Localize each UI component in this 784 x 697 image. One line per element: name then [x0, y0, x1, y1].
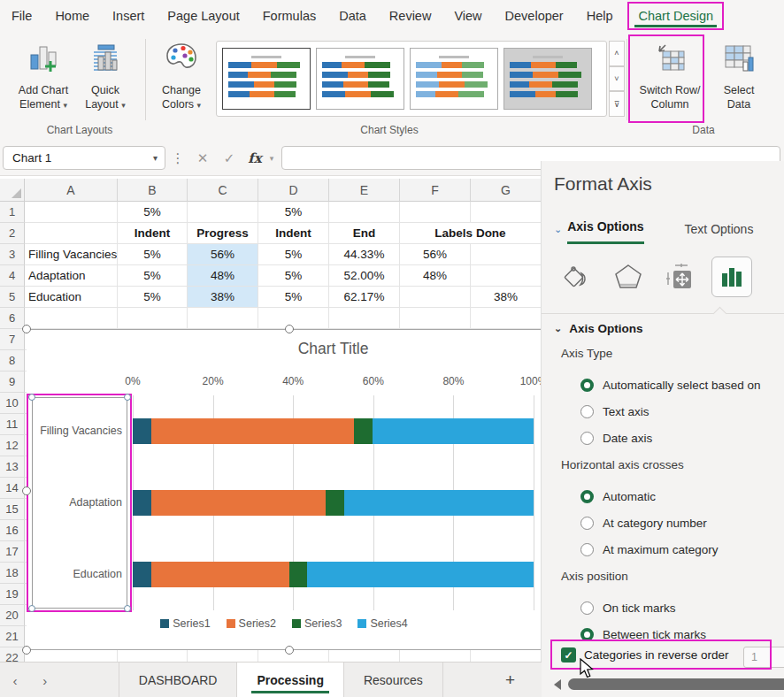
row-header-21[interactable]: 21	[0, 626, 25, 647]
sheet-tab-processing[interactable]: Processing	[237, 663, 343, 697]
cell-B4[interactable]: 5%	[118, 265, 188, 287]
bar-segment-series1-1[interactable]	[133, 418, 151, 444]
cell-G1[interactable]	[471, 202, 542, 223]
select-data-button[interactable]: Select Data	[708, 37, 770, 112]
chart-resize-handle[interactable]	[22, 646, 31, 655]
cell-F4[interactable]: 48%	[400, 265, 471, 287]
menu-tab-formulas[interactable]: Formulas	[251, 0, 327, 32]
chart-resize-handle[interactable]	[285, 646, 294, 655]
cell-F1[interactable]	[400, 202, 471, 223]
menu-tab-developer[interactable]: Developer	[494, 0, 575, 32]
cell-F3[interactable]: 56%	[400, 244, 471, 265]
bar-segment-series1-3[interactable]	[133, 562, 151, 587]
legend-item-series4[interactable]: Series4	[357, 617, 407, 630]
cell-G3[interactable]	[471, 244, 542, 265]
menu-tab-chart-design[interactable]: Chart Design	[627, 2, 724, 30]
row-header-1[interactable]: 1	[0, 202, 25, 223]
row-header-2[interactable]: 2	[0, 223, 25, 244]
cell-F5[interactable]	[400, 287, 471, 308]
cell-E2[interactable]: End	[329, 223, 400, 244]
cell-E3[interactable]: 44.33%	[329, 244, 400, 265]
row-header-18[interactable]: 18	[0, 563, 25, 584]
cell-B6[interactable]	[118, 308, 188, 329]
cell-D4[interactable]: 5%	[258, 265, 329, 287]
cell-A1[interactable]	[25, 202, 118, 223]
radio-selected-icon[interactable]	[580, 490, 594, 503]
fill-icon[interactable]	[557, 257, 596, 296]
pane-horizontal-scrollbar[interactable]	[542, 676, 784, 693]
cell-G6[interactable]	[471, 308, 542, 329]
row-header-20[interactable]: 20	[0, 605, 25, 626]
formula-bar-grip-icon[interactable]: ⋮	[173, 146, 182, 170]
add-sheet-button[interactable]: +	[479, 663, 542, 697]
bar-segment-series4-3[interactable]	[307, 562, 534, 587]
section-axis-options[interactable]: ⌄ Axis Options	[554, 322, 642, 335]
axis-selection-handle[interactable]	[28, 605, 35, 612]
gallery-more-button[interactable]: ⊽	[609, 91, 625, 117]
column-header-G[interactable]: G	[471, 179, 542, 202]
radio-icon[interactable]	[580, 543, 594, 556]
column-header-C[interactable]: C	[188, 179, 258, 202]
radio-option-on-tick-marks[interactable]: On tick marks	[580, 594, 706, 621]
cell-A3[interactable]: Filling Vacancies	[25, 244, 118, 265]
cell-C5[interactable]: 38%	[188, 287, 258, 308]
bar-segment-series3-1[interactable]	[354, 418, 373, 444]
scrollbar-thumb[interactable]	[568, 678, 784, 690]
radio-icon[interactable]	[580, 517, 594, 530]
axis-selection-handle[interactable]	[124, 394, 131, 401]
scroll-left-icon[interactable]	[554, 679, 561, 690]
bar-segment-series4-1[interactable]	[373, 418, 534, 444]
chart-style-thumbnail-4[interactable]	[503, 48, 592, 110]
row-header-11[interactable]: 11	[0, 414, 25, 435]
row-header-15[interactable]: 15	[0, 499, 25, 520]
cell-B5[interactable]: 5%	[118, 287, 188, 308]
cell-E6[interactable]	[329, 308, 400, 329]
radio-option-date-axis[interactable]: Date axis	[580, 425, 761, 451]
menu-tab-view[interactable]: View	[442, 0, 493, 32]
chart-legend[interactable]: Series1Series2Series3Series4	[27, 617, 542, 630]
cell-B1[interactable]: 5%	[118, 202, 188, 223]
tab-axis-options[interactable]: Axis Options	[567, 219, 643, 239]
radio-icon[interactable]	[580, 601, 594, 615]
cell-D6[interactable]	[258, 308, 329, 329]
gallery-scroll-up-button[interactable]: ˄	[609, 41, 625, 66]
size-properties-icon[interactable]	[660, 257, 699, 296]
category-axis-selection[interactable]	[32, 397, 127, 609]
sheet-tab-dashboard[interactable]: DASHBOARD	[119, 663, 238, 697]
chart-options-icon[interactable]	[711, 257, 752, 297]
cell-A4[interactable]: Adaptation	[25, 265, 118, 287]
cancel-icon[interactable]: ✕	[191, 146, 214, 170]
chart-style-thumbnail-3[interactable]	[410, 48, 498, 110]
column-header-F[interactable]: F	[400, 179, 471, 202]
row-header-19[interactable]: 19	[0, 584, 25, 605]
chart-style-thumbnail-2[interactable]	[316, 48, 404, 110]
axis-selection-handle[interactable]	[28, 394, 35, 401]
column-header-D[interactable]: D	[258, 179, 329, 202]
cell-C6[interactable]	[188, 308, 258, 329]
cell-D5[interactable]: 5%	[258, 287, 329, 308]
cell-D2[interactable]: Indent	[258, 223, 329, 244]
legend-item-series3[interactable]: Series3	[292, 617, 342, 630]
legend-item-series1[interactable]: Series1	[160, 617, 210, 630]
chart-style-thumbnail-1[interactable]	[222, 48, 311, 110]
chart-title[interactable]: Chart Title	[133, 340, 534, 358]
row-header-3[interactable]: 3	[0, 244, 25, 265]
row-header-22[interactable]: 22	[0, 647, 25, 662]
sheet-nav-left-icon[interactable]: ‹	[0, 663, 30, 697]
row-header-13[interactable]: 13	[0, 456, 25, 478]
column-header-E[interactable]: E	[329, 179, 400, 202]
menu-tab-data[interactable]: Data	[327, 0, 378, 32]
bar-segment-series2-3[interactable]	[151, 562, 289, 587]
name-box[interactable]: Chart 1 ▾	[3, 146, 165, 170]
axis-selection-handle[interactable]	[124, 605, 131, 612]
cell-A2[interactable]	[25, 223, 118, 244]
column-header-B[interactable]: B	[118, 179, 188, 202]
radio-option-automatic[interactable]: Automatic	[580, 483, 719, 509]
radio-icon[interactable]	[580, 405, 594, 418]
cell-E5[interactable]: 62.17%	[329, 287, 400, 308]
cell-E4[interactable]: 52.00%	[329, 265, 400, 287]
chevron-down-icon[interactable]: ⌄	[554, 224, 562, 235]
cell-A6[interactable]	[25, 308, 118, 329]
menu-tab-file[interactable]: File	[0, 0, 43, 32]
row-header-17[interactable]: 17	[0, 541, 25, 563]
